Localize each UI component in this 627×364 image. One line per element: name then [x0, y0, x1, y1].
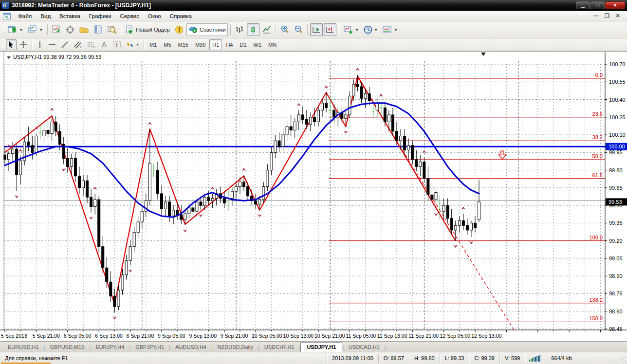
timeframe-button-h4[interactable]: H4 — [223, 39, 236, 50]
tab-gbpusd-m15[interactable]: GBPUSD,M15 — [45, 343, 89, 352]
price-tick-label: 100.55 — [609, 79, 626, 85]
chart-panel[interactable]: 0.023.638.250.061.8100.0138.2150.0100.70… — [0, 51, 627, 341]
timeframe-button-m15[interactable]: M15 — [175, 39, 191, 50]
horizontal-line-tool-button[interactable] — [46, 39, 58, 50]
line-chart-button[interactable] — [260, 23, 273, 36]
menu-item-2[interactable]: Вставка — [55, 12, 85, 20]
terminal-button[interactable] — [92, 23, 105, 36]
label-t-icon: T — [112, 41, 121, 49]
candle-down — [466, 225, 468, 230]
zoom-out-button[interactable] — [292, 23, 305, 36]
candle-down — [102, 247, 104, 268]
indicators-button[interactable]: ▼ — [342, 23, 361, 36]
market-watch-icon — [52, 25, 61, 34]
chart-tabs: EURUSD,H1|GBPUSD,M15|EURJPY,H4|GBPJPY,H1… — [3, 341, 386, 352]
timeframe-button-w1[interactable]: W1 — [251, 39, 265, 50]
channel-tool-button[interactable]: E — [72, 39, 84, 50]
tab-gbpjpy-h1[interactable]: GBPJPY,H1 — [130, 343, 169, 352]
maximize-button[interactable]: ▢ — [590, 1, 605, 9]
trendline-tool-button[interactable] — [59, 39, 71, 50]
chart-shift-button[interactable] — [324, 23, 336, 36]
timeframe-button-h1[interactable]: H1 — [209, 39, 222, 50]
timeframe-button-m5[interactable]: M5 — [161, 39, 174, 50]
candle-down — [396, 131, 398, 141]
market-watch-button[interactable] — [50, 23, 63, 36]
toolbar-separator — [230, 24, 231, 35]
tab-nzdusd-daily[interactable]: NZDUSD,Daily — [213, 343, 258, 352]
crosshair-tool-button[interactable] — [18, 39, 29, 50]
metaeditor-button[interactable] — [173, 23, 185, 36]
data-window-button[interactable] — [64, 23, 76, 36]
candle-down — [404, 136, 406, 150]
candle-up — [184, 214, 186, 219]
toolbar-grip[interactable] — [2, 24, 4, 35]
profiles-button[interactable]: ▼ — [26, 23, 45, 36]
tab-usdjpy-h1[interactable]: USDJPY,H1 — [300, 342, 342, 352]
tab-audusd-h4[interactable]: AUDUSD,H4 — [170, 343, 211, 352]
dropdown-arrow-icon: ▼ — [355, 28, 359, 32]
toolbar-grip[interactable] — [2, 39, 4, 50]
status-bar-time: 2013.09.09 11:00 — [327, 354, 379, 363]
label-tool-button[interactable]: T — [111, 39, 123, 50]
timeframe-button-d1[interactable]: D1 — [237, 39, 249, 50]
title-bar[interactable]: 3018992: MetaTrader 4 - RoboForex - [USD… — [0, 0, 627, 11]
new-order-button[interactable]: Новый Ордер — [124, 23, 172, 36]
close-button[interactable]: ✕ — [605, 1, 625, 9]
fibonacci-icon: F — [87, 41, 96, 49]
tab-eurusd-h1[interactable]: EURUSD,H1 — [3, 343, 44, 352]
bar-chart-button[interactable] — [233, 23, 246, 36]
menu-item-1[interactable]: Вид — [36, 12, 55, 20]
resize-grip[interactable] — [620, 357, 627, 364]
tab-separator: | — [385, 343, 386, 352]
candle-down — [27, 142, 30, 146]
svg-text:F: F — [93, 45, 95, 49]
cursor-tool-button[interactable] — [6, 39, 17, 50]
new-order-icon — [126, 25, 134, 34]
menu-item-0[interactable]: Файл — [14, 12, 36, 20]
status-low: L: 99.33 — [440, 354, 470, 363]
auto-scroll-button[interactable] — [310, 23, 323, 36]
minimize-button[interactable]: ▁ — [576, 1, 590, 9]
vertical-line-tool-button[interactable] — [35, 39, 45, 50]
strategy-tester-button[interactable] — [106, 23, 118, 36]
zoom-in-icon — [280, 25, 289, 34]
timeframe-button-m1[interactable]: M1 — [147, 39, 160, 50]
price-tick-label: 98.90 — [609, 273, 623, 279]
tab-usdchf-h1[interactable]: USDCHF,H1 — [259, 343, 299, 352]
horizontal-line-icon — [48, 42, 56, 48]
new-chart-button[interactable]: ▼ — [6, 23, 25, 36]
advisors-label: Советники — [200, 27, 226, 33]
child-close-icon[interactable]: ✕ — [614, 13, 621, 19]
fibonacci-tool-button[interactable]: F — [85, 39, 98, 50]
candle-up — [478, 202, 480, 219]
child-restore-icon[interactable]: ❐ — [604, 13, 610, 19]
timeframe-button-m30[interactable]: M30 — [192, 39, 208, 50]
tab-usdcad-h1[interactable]: USDCAD,H1 — [344, 343, 385, 352]
arrows-tool-button[interactable]: ▼ — [124, 39, 141, 50]
status-help-text: Для справки, нажмите F1 — [0, 354, 327, 363]
menu-item-6[interactable]: Справка — [166, 12, 196, 20]
menu-item-5[interactable]: Окно — [144, 12, 166, 20]
menu-item-4[interactable]: Сервис — [116, 12, 144, 20]
navigator-button[interactable] — [77, 23, 91, 36]
status-open: O: 99.57 — [379, 354, 409, 363]
expert-advisors-button[interactable]: Советники — [186, 23, 228, 36]
candlestick-chart-button[interactable] — [247, 23, 259, 36]
tab-eurjpy-h4[interactable]: EURJPY,H4 — [91, 343, 129, 352]
chart-window-icon — [3, 13, 11, 19]
app-icon — [2, 2, 9, 9]
periods-button[interactable]: ▼ — [362, 23, 380, 36]
current-price-label: 99.53 — [609, 199, 622, 205]
templates-button[interactable]: ▼ — [381, 23, 400, 36]
chart-canvas[interactable]: 0.023.638.250.061.8100.0138.2150.0100.70… — [0, 52, 627, 342]
candle-up — [443, 205, 445, 211]
timeframe-button-mn[interactable]: MN — [265, 39, 279, 50]
chart-background — [0, 52, 627, 342]
candle-up — [12, 149, 14, 154]
text-tool-button[interactable]: A — [99, 39, 110, 50]
zoom-in-button[interactable] — [278, 23, 291, 36]
menu-item-3[interactable]: Графики — [85, 12, 116, 20]
candle-up — [196, 202, 198, 211]
candle-up — [435, 193, 437, 200]
child-minimize-icon[interactable]: — — [593, 13, 600, 19]
